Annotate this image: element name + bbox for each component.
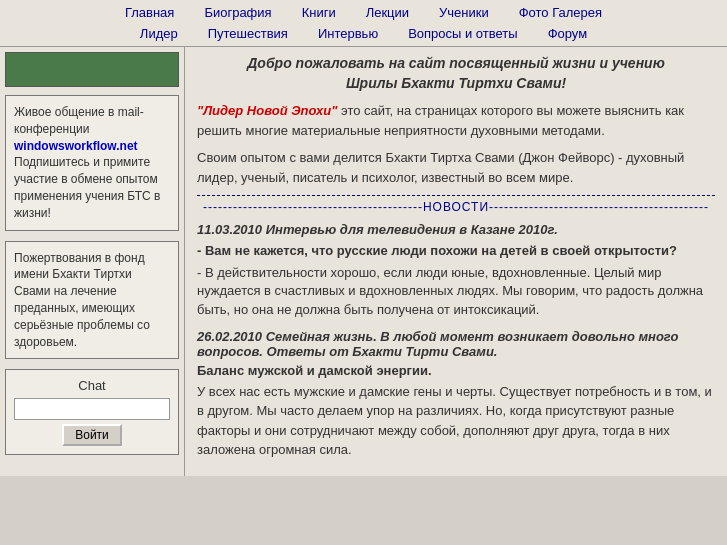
chat-login-button[interactable]: Войти xyxy=(62,424,122,446)
nav-gallery[interactable]: Фото Галерея xyxy=(519,5,602,20)
nav-glavnaya[interactable]: Главная xyxy=(125,5,174,20)
sidebar-donation-text: Пожертвования в фонд имени Бхакти Тиртхи… xyxy=(14,251,150,349)
news-1-answer: - В действительности хорошо, если люди ю… xyxy=(197,264,715,319)
news-2-text: У всех нас есть мужские и дамские гены и… xyxy=(197,382,715,460)
nav-biography[interactable]: Биография xyxy=(204,5,271,20)
sidebar-mail-link[interactable]: windowsworkflow.net xyxy=(14,139,138,153)
site-name-label: "Лидер Новой Эпохи" xyxy=(197,103,337,118)
news-2-subtitle: Баланс мужской и дамской энергии. xyxy=(197,363,715,378)
chat-input[interactable] xyxy=(14,398,170,420)
sidebar-mail-box: Живое общение в mail-конференции windows… xyxy=(5,95,179,231)
nav-interview[interactable]: Интервью xyxy=(318,26,378,41)
news-divider: ----------------------------------------… xyxy=(197,195,715,214)
welcome-title-line2: Шрилы Бхакти Тиртхи Свами! xyxy=(197,75,715,91)
news-item-2: 26.02.2010 Семейная жизнь. В любой момен… xyxy=(197,329,715,460)
chat-section: Chat Войти xyxy=(5,369,179,455)
news-1-question: - Вам не кажется, что русские люди похож… xyxy=(197,242,715,260)
intro-paragraph-1: "Лидер Новой Эпохи" это сайт, на страниц… xyxy=(197,101,715,140)
intro-paragraph-2: Своим опытом с вами делится Бхакти Тиртх… xyxy=(197,148,715,187)
nav-row-1: Главная Биография Книги Лекции Ученики Ф… xyxy=(0,2,727,23)
sidebar: Живое общение в mail-конференции windows… xyxy=(0,47,185,476)
main-layout: Живое общение в mail-конференции windows… xyxy=(0,47,727,476)
nav-qa[interactable]: Вопросы и ответы xyxy=(408,26,517,41)
news-2-title: 26.02.2010 Семейная жизнь. В любой момен… xyxy=(197,329,715,359)
chat-title: Chat xyxy=(14,378,170,393)
top-navigation: Главная Биография Книги Лекции Ученики Ф… xyxy=(0,0,727,47)
welcome-title-line1: Добро пожаловать на сайт посвященный жиз… xyxy=(197,55,715,71)
nav-travel[interactable]: Путешествия xyxy=(208,26,288,41)
sidebar-mail-text2: Подпишитесь и примите участие в обмене о… xyxy=(14,155,160,219)
nav-students[interactable]: Ученики xyxy=(439,5,489,20)
sidebar-mail-text: Живое общение в mail-конференции xyxy=(14,105,144,136)
sidebar-banner xyxy=(5,52,179,87)
news-item-1: 11.03.2010 Интервью для телевидения в Ка… xyxy=(197,222,715,319)
sidebar-donation-box: Пожертвования в фонд имени Бхакти Тиртхи… xyxy=(5,241,179,360)
nav-row-2: Лидер Путешествия Интервью Вопросы и отв… xyxy=(0,23,727,44)
news-1-title: 11.03.2010 Интервью для телевидения в Ка… xyxy=(197,222,715,237)
news-1-q-text: - Вам не кажется, что русские люди похож… xyxy=(197,243,677,258)
main-content: Добро пожаловать на сайт посвященный жиз… xyxy=(185,47,727,476)
nav-lectures[interactable]: Лекции xyxy=(366,5,409,20)
nav-books[interactable]: Книги xyxy=(302,5,336,20)
nav-forum[interactable]: Форум xyxy=(548,26,588,41)
nav-leader[interactable]: Лидер xyxy=(140,26,178,41)
